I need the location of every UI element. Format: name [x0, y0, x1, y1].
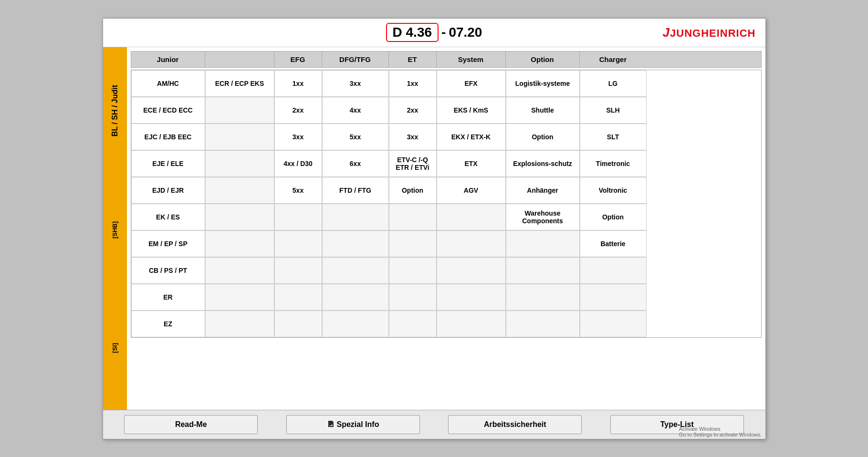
cell-ejcejb-system[interactable]: EKX / ETX-K: [437, 124, 506, 150]
cell-eceecd-dfg[interactable]: 4xx: [322, 97, 389, 124]
cell-eceecd-efg[interactable]: 2xx: [274, 97, 322, 124]
cell-ejdejr-system[interactable]: AGV: [437, 177, 506, 204]
cell-emepsp-efg: [274, 230, 322, 257]
cell-er-system: [437, 284, 506, 311]
cell-amhc-ecr[interactable]: ECR / ECP EKS: [205, 70, 274, 97]
readme-button[interactable]: Read-Me: [124, 415, 258, 434]
cell-ejcejb-efg[interactable]: 3xx: [274, 124, 322, 150]
cell-eceecd-system[interactable]: EKS / KmS: [437, 97, 506, 124]
cell-amhc-system[interactable]: EFX: [437, 70, 506, 97]
cell-emepsp-et: [389, 230, 437, 257]
cell-eceecd-charger[interactable]: SLH: [580, 97, 647, 124]
row-emepsp[interactable]: EM / EP / SP: [131, 230, 205, 257]
cell-er-option: [506, 284, 580, 311]
cell-ejcejb-dfg[interactable]: 5xx: [322, 124, 389, 150]
cell-ez-system: [437, 311, 506, 337]
cell-ez-dfg: [322, 311, 389, 337]
cell-ez-charger: [580, 311, 647, 337]
col-charger: Charger: [580, 52, 647, 67]
cell-er-charger: [580, 284, 647, 311]
row-ejdejr[interactable]: EJD / EJR: [131, 177, 205, 204]
header-separator: -: [441, 25, 446, 40]
cell-ejeele-system[interactable]: ETX: [437, 150, 506, 177]
cell-ekes-option[interactable]: Warehouse Components: [506, 204, 580, 230]
cell-eceecd-et[interactable]: 2xx: [389, 97, 437, 124]
cell-ez-col2: [205, 311, 274, 337]
table-area: Junior EFG DFG/TFG ET System Option Char…: [127, 47, 765, 410]
cell-cbpspt-option: [506, 257, 580, 284]
cell-ejeele-option[interactable]: Explosions-schutz: [506, 150, 580, 177]
cell-er-efg: [274, 284, 322, 311]
cell-cbpspt-dfg: [322, 257, 389, 284]
row-ez[interactable]: EZ: [131, 311, 205, 337]
column-headers: Junior EFG DFG/TFG ET System Option Char…: [131, 51, 762, 68]
sidebar-shb-section: [SHB]: [111, 169, 118, 287]
cell-er-dfg: [322, 284, 389, 311]
cell-ez-et: [389, 311, 437, 337]
cell-ejcejb-et[interactable]: 3xx: [389, 124, 437, 150]
cell-ekes-system: [437, 204, 506, 230]
sidebar-main-label: BL / SH / Judit: [111, 85, 119, 136]
cell-ejdejr-dfg[interactable]: FTD / FTG: [322, 177, 389, 204]
row-cbpspt[interactable]: CB / PS / PT: [131, 257, 205, 284]
cell-ekes-dfg: [322, 204, 389, 230]
logo: JJUNGHEINRICH: [663, 25, 756, 40]
cell-ejeele-et[interactable]: ETV-C /-Q ETR / ETVi: [389, 150, 437, 177]
cell-ekes-charger[interactable]: Option: [580, 204, 647, 230]
cell-ejdejr-et[interactable]: Option: [389, 177, 437, 204]
cell-amhc-et[interactable]: 1xx: [389, 70, 437, 97]
footer: Read-Me 🖹 Spezial Info Arbeitssicherheit…: [103, 410, 765, 439]
cell-ejdejr-col2: [205, 177, 274, 204]
cell-ekes-col2: [205, 204, 274, 230]
cell-ejcejb-option[interactable]: Option: [506, 124, 580, 150]
row-eceecd[interactable]: ECE / ECD ECC: [131, 97, 205, 124]
cell-emepsp-charger[interactable]: Batterie: [580, 230, 647, 257]
sidebar-si-section: [SI]: [111, 287, 118, 405]
col-system: System: [437, 52, 506, 67]
main-content: BL / SH / Judit [SHB] [SI] Junior EFG DF…: [103, 47, 765, 410]
cell-cbpspt-system: [437, 257, 506, 284]
header: D 4.36 - 07.20 JJUNGHEINRICH: [103, 19, 765, 47]
col-junior: Junior: [131, 52, 205, 67]
arbeit-button[interactable]: Arbeitssicherheit: [448, 415, 582, 434]
row-ejeele[interactable]: EJE / ELE: [131, 150, 205, 177]
cell-cbpspt-et: [389, 257, 437, 284]
cell-ekes-efg: [274, 204, 322, 230]
sidebar-si-label: [SI]: [111, 343, 118, 353]
row-amhc[interactable]: AM/HC: [131, 70, 205, 97]
cell-cbpspt-col2: [205, 257, 274, 284]
type-list-button[interactable]: Type-List: [610, 415, 744, 434]
cell-amhc-dfg[interactable]: 3xx: [322, 70, 389, 97]
cell-ez-efg: [274, 311, 322, 337]
sidebar-shb-label: [SHB]: [111, 221, 118, 239]
cell-ejcejb-charger[interactable]: SLT: [580, 124, 647, 150]
cell-amhc-efg[interactable]: 1xx: [274, 70, 322, 97]
cell-amhc-option[interactable]: Logistik-systeme: [506, 70, 580, 97]
cell-ejdejr-charger[interactable]: Voltronic: [580, 177, 647, 204]
cell-ejdejr-option[interactable]: Anhänger: [506, 177, 580, 204]
col-et: ET: [389, 52, 437, 67]
row-ejcejb[interactable]: EJC / EJB EEC: [131, 124, 205, 150]
cell-ekes-et: [389, 204, 437, 230]
row-ekes[interactable]: EK / ES: [131, 204, 205, 230]
row-er[interactable]: ER: [131, 284, 205, 311]
cell-ejeele-efg[interactable]: 4xx / D30: [274, 150, 322, 177]
cell-ejdejr-efg[interactable]: 5xx: [274, 177, 322, 204]
cell-eceecd-col2: [205, 97, 274, 124]
col-option: Option: [506, 52, 580, 67]
cell-emepsp-dfg: [322, 230, 389, 257]
cell-ejeele-dfg[interactable]: 6xx: [322, 150, 389, 177]
cell-amhc-charger[interactable]: LG: [580, 70, 647, 97]
sidebar: BL / SH / Judit [SHB] [SI]: [103, 47, 127, 410]
cell-eceecd-option[interactable]: Shuttle: [506, 97, 580, 124]
spezial-info-button[interactable]: 🖹 Spezial Info: [286, 415, 420, 434]
cell-er-col2: [205, 284, 274, 311]
header-date: 07.20: [449, 25, 482, 40]
col-junior2: [205, 52, 274, 67]
version-badge: D 4.36: [386, 23, 439, 42]
sidebar-main-section: BL / SH / Judit: [111, 52, 119, 170]
cell-emepsp-col2: [205, 230, 274, 257]
cell-ejeele-charger[interactable]: Timetronic: [580, 150, 647, 177]
cell-emepsp-system: [437, 230, 506, 257]
cell-emepsp-option: [506, 230, 580, 257]
